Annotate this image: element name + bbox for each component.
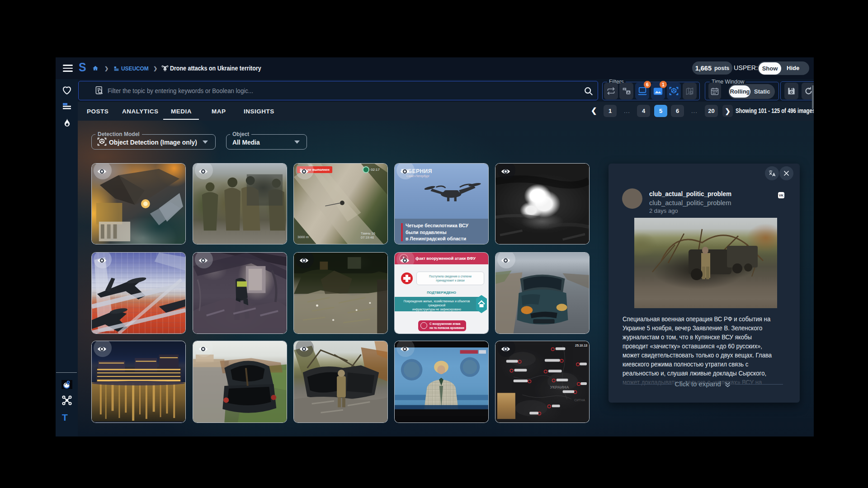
svg-text:УКРАИНА: УКРАИНА (550, 385, 569, 389)
svg-text:СИТНА: СИТНА (574, 399, 585, 402)
